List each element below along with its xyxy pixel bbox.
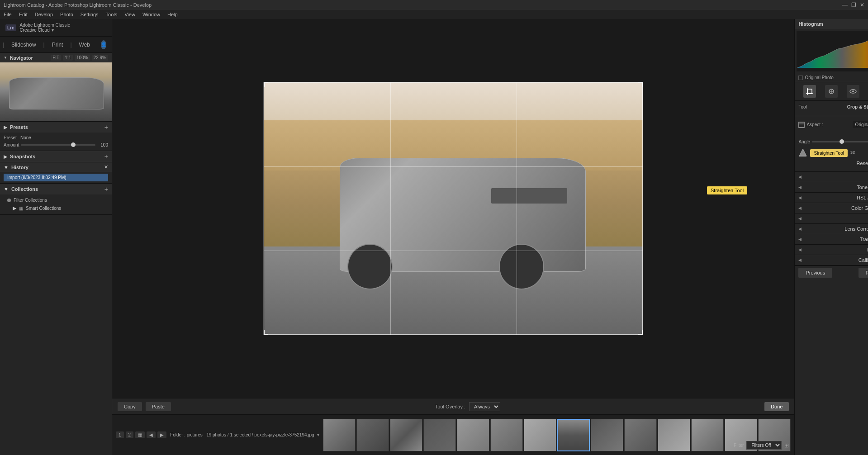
calibration-header[interactable]: ◀ Calibration ◀ xyxy=(795,255,868,265)
filmstrip-thumb-1[interactable] xyxy=(323,419,356,451)
histogram-header[interactable]: Histogram ▲ xyxy=(795,19,868,29)
amount-slider-thumb[interactable] xyxy=(71,142,76,147)
smart-collections-item[interactable]: ▶ ▦ Smart Collections xyxy=(4,204,108,213)
snapshots-add-button[interactable]: + xyxy=(104,153,108,160)
menu-help[interactable]: Help xyxy=(167,12,178,17)
effects-header[interactable]: ◀ Effects ◀ xyxy=(795,245,868,255)
collections-add-button[interactable]: + xyxy=(104,185,108,193)
filmstrip-grid-button[interactable]: ▦ xyxy=(135,431,145,438)
nav-web[interactable]: Web xyxy=(79,42,90,48)
presets-add-button[interactable]: + xyxy=(104,123,108,131)
filmstrip-filter-area: Filter Filters Off ⊞ xyxy=(734,441,789,450)
transform-header[interactable]: ◀ Transform ◀ xyxy=(795,234,868,244)
presets-header[interactable]: ▶ Presets + xyxy=(0,122,112,133)
filmstrip-thumb-3[interactable] xyxy=(390,419,422,451)
tone-curve-header[interactable]: ◀ Tone Curve ◀ xyxy=(795,182,868,192)
calibration-section: ◀ Calibration ◀ xyxy=(795,255,868,265)
hsl-header[interactable]: ◀ HSL / Color ◀ xyxy=(795,193,868,203)
image-area: Straighten Tool xyxy=(112,19,794,398)
detail-header[interactable]: ◀ Detail ◀ xyxy=(795,213,868,223)
filmstrip-next-button[interactable]: ▶ xyxy=(157,431,166,438)
amount-label: Amount xyxy=(4,142,19,147)
angle-slider-thumb[interactable] xyxy=(840,139,844,144)
filmstrip-thumb-12[interactable] xyxy=(691,419,724,451)
collections-header[interactable]: ▼ Collections + xyxy=(0,184,112,194)
copy-button[interactable]: Copy xyxy=(118,402,142,411)
menu-photo[interactable]: Photo xyxy=(60,12,73,17)
nav-print[interactable]: Print xyxy=(52,42,63,48)
presets-collapse-icon: ▶ xyxy=(4,124,7,130)
filmstrip-view1-button[interactable]: 1 xyxy=(116,431,124,438)
filmstrip-view2-button[interactable]: 2 xyxy=(126,431,134,438)
aspect-label: Aspect : xyxy=(806,122,823,127)
menu-tools[interactable]: Tools xyxy=(106,12,118,17)
menu-settings[interactable]: Settings xyxy=(81,12,99,17)
aspect-row: Aspect : Original ‡ 🔒 xyxy=(798,120,868,129)
zoom-custom[interactable]: 22.9% xyxy=(92,55,108,61)
filmstrip-thumb-6[interactable] xyxy=(490,419,523,451)
effects-label: Effects xyxy=(803,247,868,252)
menu-file[interactable]: File xyxy=(4,12,12,17)
lrc-badge: Lrc xyxy=(5,24,16,31)
history-header[interactable]: ▼ History ✕ xyxy=(0,162,112,172)
hsl-label: HSL / Color xyxy=(803,195,868,200)
history-close-button[interactable]: ✕ xyxy=(104,164,108,170)
tone-curve-section: ◀ Tone Curve ◀ xyxy=(795,182,868,193)
aspect-value[interactable]: Original ‡ xyxy=(853,121,868,128)
zoom-fit[interactable]: FIT xyxy=(51,55,61,61)
menu-edit[interactable]: Edit xyxy=(19,12,28,17)
crop-tool-icon[interactable] xyxy=(803,85,816,98)
filter-collections-item[interactable]: Filter Collections xyxy=(4,196,108,204)
minimize-button[interactable]: — xyxy=(842,2,848,8)
navigator-zoom-controls[interactable]: FIT 1:1 100% 22.9% xyxy=(51,55,108,61)
amount-slider[interactable] xyxy=(21,144,95,146)
filter-icon[interactable]: ⊞ xyxy=(784,442,789,449)
lens-corrections-header[interactable]: ◀ Lens Corrections ◀ xyxy=(795,224,868,234)
bottom-center-controls: Tool Overlay : Always Auto Never xyxy=(435,402,500,411)
filmstrip-thumb-8-active[interactable] xyxy=(557,419,590,451)
smart-folder-icon: ▦ xyxy=(19,206,23,211)
angle-slider[interactable] xyxy=(812,141,868,142)
filmstrip-thumb-2[interactable] xyxy=(356,419,389,451)
menu-view[interactable]: View xyxy=(124,12,135,17)
left-panel: Lrc Adobe Lightroom Classic Creative Clo… xyxy=(0,19,112,455)
filmstrip-thumb-7[interactable] xyxy=(524,419,556,451)
history-item[interactable]: Import (8/3/2023 8:02:49 PM) xyxy=(4,174,108,181)
previous-button[interactable]: Previous xyxy=(798,268,832,278)
color-grading-header[interactable]: ◀ Color Grading ◀ xyxy=(795,203,868,213)
crop-grid-h1 xyxy=(264,166,643,167)
tool-overlay-select[interactable]: Always Auto Never xyxy=(469,402,500,411)
heal-tool-icon[interactable] xyxy=(825,85,838,98)
zoom-100[interactable]: 100% xyxy=(75,55,90,61)
presets-title: Presets xyxy=(10,124,28,130)
titlebar-controls[interactable]: — ❐ ✕ xyxy=(842,2,864,8)
original-photo-checkbox[interactable] xyxy=(798,76,803,80)
preset-row: Preset None xyxy=(4,134,108,141)
menu-develop[interactable]: Develop xyxy=(35,12,53,17)
redeye-tool-icon[interactable] xyxy=(847,85,859,98)
filmstrip-prev-button[interactable]: ◀ xyxy=(147,431,156,438)
paste-button[interactable]: Paste xyxy=(146,402,171,411)
straighten-tool-button[interactable]: Straighten Tool xyxy=(810,149,848,157)
filmstrip-thumb-4[interactable] xyxy=(423,419,456,451)
zoom-1-1[interactable]: 1:1 xyxy=(63,55,73,61)
nav-slideshow[interactable]: Slideshow xyxy=(11,42,36,48)
titlebar-title-text: Lightroom Catalog - Adobe Photoshop Ligh… xyxy=(4,2,152,8)
history-header-left: ▼ History xyxy=(4,165,28,170)
done-button[interactable]: Done xyxy=(764,402,789,411)
close-button[interactable]: ✕ xyxy=(860,2,864,8)
navigator-header[interactable]: ▼ Navigator FIT 1:1 100% 22.9% xyxy=(0,53,112,62)
filmstrip-thumb-10[interactable] xyxy=(624,419,657,451)
filmstrip-thumb-9[interactable] xyxy=(591,419,623,451)
user-icon[interactable]: 👤 xyxy=(101,40,106,49)
crop-reset-button[interactable]: Reset xyxy=(857,161,868,166)
filmstrip-thumb-11[interactable] xyxy=(658,419,690,451)
menu-window[interactable]: Window xyxy=(142,12,160,17)
filter-select[interactable]: Filters Off xyxy=(746,441,782,450)
filmstrip-thumb-5[interactable] xyxy=(457,419,489,451)
menubar: File Edit Develop Photo Settings Tools V… xyxy=(0,10,868,19)
maximize-button[interactable]: ❐ xyxy=(851,2,856,8)
snapshots-header[interactable]: ▶ Snapshots + xyxy=(0,151,112,162)
basic-header[interactable]: ◀ Basic xyxy=(795,172,868,182)
reset-develop-button[interactable]: Reset xyxy=(859,268,868,278)
